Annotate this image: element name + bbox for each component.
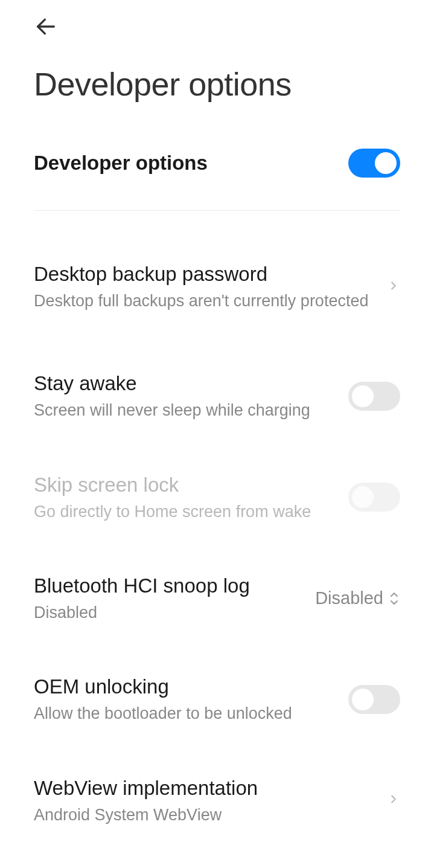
skip-screen-lock-item: Skip screen lock Go directly to Home scr… xyxy=(0,458,434,537)
webview-implementation-item[interactable]: WebView implementation Android System We… xyxy=(0,761,434,840)
bluetooth-hci-value: Disabled xyxy=(315,588,400,608)
page-title: Developer options xyxy=(0,41,434,133)
oem-unlocking-toggle[interactable] xyxy=(348,685,400,714)
item-title: Stay awake xyxy=(34,371,336,397)
chevron-right-icon xyxy=(387,279,400,295)
bluetooth-hci-snoop-item[interactable]: Bluetooth HCI snoop log Disabled Disable… xyxy=(0,559,434,638)
item-subtitle: Go directly to Home screen from wake xyxy=(34,501,336,522)
item-subtitle: Allow the bootloader to be unlocked xyxy=(34,702,336,724)
item-title: Desktop backup password xyxy=(34,262,375,288)
stay-awake-toggle[interactable] xyxy=(348,382,400,411)
skip-screen-lock-toggle xyxy=(348,483,400,512)
mi-unlock-status-item[interactable]: Mi Unlock status xyxy=(0,862,434,868)
desktop-backup-password-item[interactable]: Desktop backup password Desktop full bac… xyxy=(0,247,434,326)
item-subtitle: Android System WebView xyxy=(34,804,375,826)
arrow-left-icon xyxy=(34,14,58,39)
oem-unlocking-item[interactable]: OEM unlocking Allow the bootloader to be… xyxy=(0,660,434,739)
item-subtitle: Disabled xyxy=(34,602,303,623)
settings-list: Developer options Desktop backup passwor… xyxy=(0,133,434,868)
item-title: OEM unlocking xyxy=(34,674,336,700)
divider xyxy=(34,210,400,211)
item-title: Skip screen lock xyxy=(34,472,336,498)
item-subtitle: Screen will never sleep while charging xyxy=(34,399,336,421)
chevron-up-down-icon xyxy=(388,591,400,606)
chevron-right-icon xyxy=(387,792,400,808)
item-title: WebView implementation xyxy=(34,776,375,802)
developer-options-toggle[interactable] xyxy=(348,149,400,178)
item-subtitle: Desktop full backups aren't currently pr… xyxy=(34,290,375,312)
stay-awake-item[interactable]: Stay awake Screen will never sleep while… xyxy=(0,356,434,436)
item-title: Developer options xyxy=(34,150,336,176)
item-title: Bluetooth HCI snoop log xyxy=(34,573,303,599)
developer-options-master[interactable]: Developer options xyxy=(0,133,434,193)
back-button[interactable] xyxy=(34,14,58,41)
